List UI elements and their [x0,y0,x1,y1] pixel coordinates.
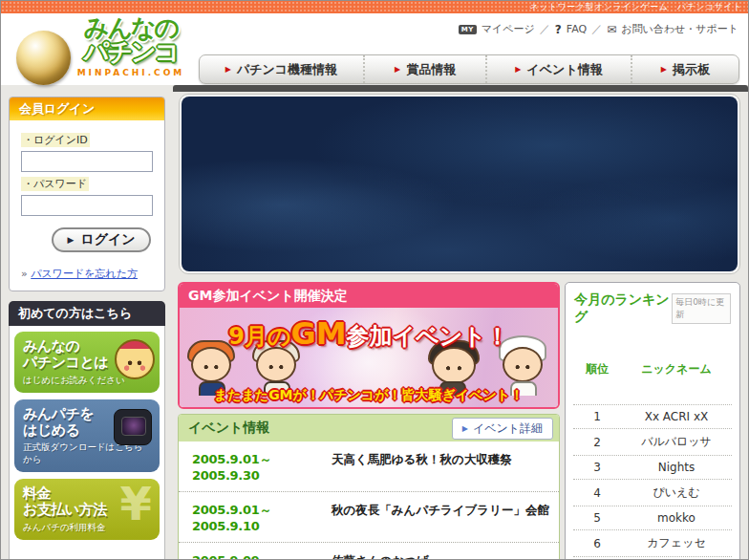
gm-event-header: GM参加イベント開催決定 [180,284,558,308]
login-id-label: ・ログインID [21,133,153,147]
ranking-row: 1 Xx ACRI xX [573,405,732,429]
ranking-nickname[interactable]: Nights [621,461,732,474]
event-info-header: イベント情報 ▶ イベント詳細 [179,415,559,442]
ranking-title: 今月のランキング [574,291,672,326]
sidebar: 会員ログイン ・ログインID ・パスワード ▶ ログイン » パスワードを忘れた… [1,85,173,560]
nav-tab-prize-info[interactable]: ▶ 賞品情報 [363,55,486,83]
gm-banner-subtitle: またまたGMが！パチンコが！皆大騒ぎイベント！ [180,387,558,404]
utility-links: MY マイページ ／ ? FAQ ／ ✉ お問い合わせ・サポート [459,22,738,36]
login-button-label: ログイン [80,231,135,248]
ranking-nickname[interactable]: mokko [621,511,732,525]
page: ネットワーク型オンラインゲーム パチンコサイト みんなの パチンコ MINPAC… [0,0,749,560]
event-detail-button[interactable]: ▶ イベント詳細 [452,418,553,440]
login-button[interactable]: ▶ ログイン [52,227,151,252]
ranking-update-note: 毎日0時に更新 [672,293,731,324]
ranking-column-headers: 順位 ニックネーム [573,334,732,405]
forgot-password-row: » パスワードを忘れた方 [21,267,153,281]
login-id-input[interactable] [21,151,153,172]
nav-tab-machine-info[interactable]: ▶ パチンコ機種情報 [200,55,363,83]
ranking-nickname[interactable]: ぴいえむ [621,485,732,501]
arrow-icon: ▶ [225,65,231,74]
forgot-password-link[interactable]: パスワードを忘れた方 [31,268,138,280]
site-tagline: ネットワーク型オンラインゲーム パチンコサイト [529,1,742,13]
event-info-title: イベント情報 [188,420,269,437]
event-name: 佐藤さんのおつげ [332,553,429,560]
download-device-icon [114,409,152,445]
arrow-icon: ▶ [67,235,74,245]
rank-column-header: 順位 [573,361,621,377]
utility-separator: ／ [591,22,602,36]
ranking-nickname[interactable]: バルバロッサ [621,434,732,450]
ranking-nickname[interactable]: Xx ACRI xX [621,410,732,423]
beginner-cards: みんなの パチンコとは はじめにお読みください みんパチを はじめる 正式版ダウ… [9,326,165,560]
ranking-row: 2 バルバロッサ [573,429,732,456]
contact-link[interactable]: お問い合わせ・サポート [621,22,738,36]
nav-tab-label: 掲示板 [673,61,710,78]
nickname-column-header: ニックネーム [621,361,732,377]
mascot-girl-icon [115,339,155,379]
faq-link[interactable]: FAQ [567,23,587,35]
event-info-box: イベント情報 ▶ イベント詳細 2005.9.01～2005.9.30 天高く馬… [178,414,560,560]
logo-line2: パチンコ [60,39,202,64]
logo-text: みんなの パチンコ MINPACHI.COM [60,15,202,77]
arrow-icon: ▶ [395,65,400,74]
event-date: 2005.9.09、2005.9.10 [192,552,332,560]
main-column: GM参加イベント開催決定 9月のGM参加イベント！ [173,85,748,560]
event-name: 秋の夜長「みんパチライブラリー」会館 [332,503,549,519]
event-date: 2005.9.01～2005.9.10 [192,502,332,533]
event-list-item[interactable]: 2005.9.01～2005.9.30 天高く馬肥ゆる秋！秋の大収穫祭 [179,442,559,492]
payment-info-card[interactable]: 料金 お支払い方法 みんパチの利用料金 ¥ [14,479,160,540]
event-detail-label: イベント詳細 [473,420,543,437]
gm-event-banner[interactable]: 9月のGM参加イベント！ [180,308,558,407]
center-column: GM参加イベント開催決定 9月のGM参加イベント！ [178,282,560,560]
password-label: ・パスワード [21,177,153,191]
yen-icon: ¥ [120,479,152,529]
event-list-item[interactable]: 2005.9.09、2005.9.10 佐藤さんのおつげ [179,543,559,560]
gm-event-box: GM参加イベント開催決定 9月のGM参加イベント！ [178,282,560,409]
nav-tab-event-info[interactable]: ▶ イベント情報 [485,55,630,83]
nav-tab-label: イベント情報 [526,61,602,78]
event-name: 天高く馬肥ゆる秋！秋の大収穫祭 [332,452,512,468]
ranking-header: 今月のランキング 毎日0時に更新 [574,291,731,326]
login-form: ・ログインID ・パスワード ▶ ログイン » パスワードを忘れた方 [10,120,164,291]
event-list-item[interactable]: 2005.9.01～2005.9.10 秋の夜長「みんパチライブラリー」会館 [179,492,559,543]
ranking-nickname[interactable]: カフェッセ [621,535,732,551]
header-divider-bar [173,85,748,92]
ranking-row: 5 mokko [573,506,732,530]
lower-columns: GM参加イベント開催決定 9月のGM参加イベント！ [178,282,740,560]
arrow-icon: ▶ [462,424,468,433]
ranking-row: 4 ぴいえむ [573,480,732,506]
hero-banner-image[interactable] [182,97,738,271]
ranking-column: 今月のランキング 毎日0時に更新 順位 ニックネーム 1 Xx ACRI xX [565,282,740,560]
utility-separator: ／ [540,22,550,36]
site-logo[interactable]: みんなの パチンコ MINPACHI.COM [14,10,201,101]
ranking-row: 6 カフェッセ [573,530,732,557]
hero-banner-frame [179,94,740,274]
arrow-icon: ▶ [515,65,521,74]
arrow-icon: ▶ [661,65,667,74]
mypage-link[interactable]: マイページ [482,22,535,36]
nav-tab-label: 賞品情報 [406,61,456,78]
beginner-section: 初めての方はこちら みんなの パチンコとは はじめにお読みください みんパチを [9,301,165,560]
monthly-ranking-box: 今月のランキング 毎日0時に更新 順位 ニックネーム 1 Xx ACRI xX [565,282,740,560]
main-navigation: ▶ パチンコ機種情報 ▶ 賞品情報 ▶ イベント情報 ▶ 掲示板 [199,54,739,84]
header: みんなの パチンコ MINPACHI.COM MY マイページ ／ ? FAQ … [1,13,748,85]
start-minpachi-card[interactable]: みんパチを はじめる 正式版ダウンロードはこちらから [14,399,160,473]
password-input[interactable] [21,195,153,216]
nav-tab-board[interactable]: ▶ 掲示板 [631,55,738,83]
beginner-section-title: 初めての方はこちら [9,301,165,326]
link-arrow-icon: » [21,268,28,280]
nav-tab-label: パチンコ機種情報 [237,61,337,78]
card-subtitle: 正式版ダウンロードはこちらから [23,442,151,466]
member-login-box: 会員ログイン ・ログインID ・パスワード ▶ ログイン » パスワードを忘れた… [9,97,165,291]
content-area: 会員ログイン ・ログインID ・パスワード ▶ ログイン » パスワードを忘れた… [1,85,748,560]
device-screen [121,417,146,436]
question-icon: ? [555,23,562,36]
event-date: 2005.9.01～2005.9.30 [192,451,332,483]
logo-domain: MINPACHI.COM [60,68,202,77]
ranking-row: 3 Nights [573,456,732,480]
about-minpachi-card[interactable]: みんなの パチンコとは はじめにお読みください [14,332,160,393]
mail-icon: ✉ [607,23,616,36]
gm-banner-title: 9月のGM参加イベント！ [180,315,558,352]
my-badge-icon: MY [459,25,477,34]
